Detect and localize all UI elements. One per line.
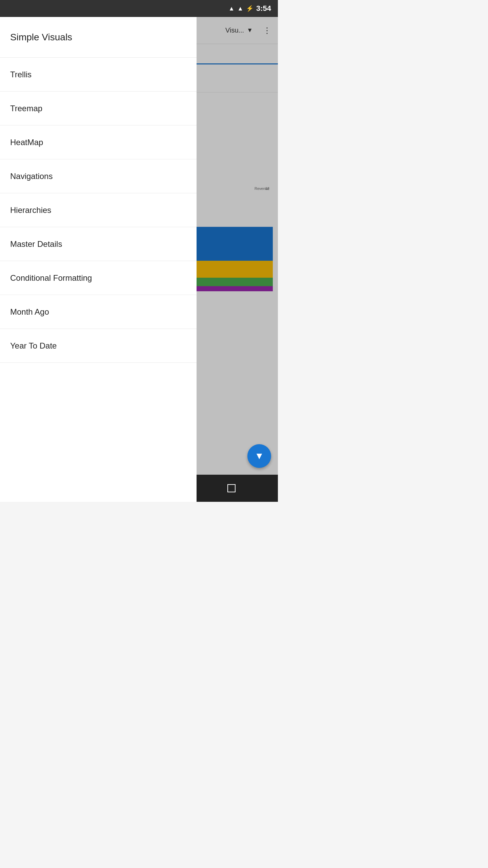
nav-recent-button[interactable]: [221, 478, 242, 498]
drawer-item-hierarchies[interactable]: Hierarchies: [0, 193, 197, 227]
drawer-label-conditional-formatting: Conditional Formatting: [10, 273, 92, 283]
drawer-item-navigations[interactable]: Navigations: [0, 159, 197, 193]
drawer-label-master-details: Master Details: [10, 239, 62, 249]
drawer-item-year-to-date[interactable]: Year To Date: [0, 329, 197, 363]
wifi-icon: ▲: [228, 5, 235, 12]
drawer-label-heatmap: HeatMap: [10, 138, 43, 147]
signal-icon: ▲: [237, 5, 243, 12]
drawer-label-simple-visuals: Simple Visuals: [10, 32, 72, 43]
drawer-label-trellis: Trellis: [10, 70, 32, 79]
battery-icon: ⚡: [246, 5, 253, 12]
drawer-item-simple-visuals[interactable]: Simple Visuals: [0, 17, 197, 58]
navigation-drawer: Simple Visuals Trellis Treemap HeatMap N…: [0, 17, 197, 502]
drawer-item-master-details[interactable]: Master Details: [0, 227, 197, 261]
status-icons: ▲ ▲ ⚡ 3:54: [228, 4, 271, 13]
filter-icon: ▼: [255, 451, 264, 461]
status-time: 3:54: [256, 4, 271, 13]
drawer-label-hierarchies: Hierarchies: [10, 205, 51, 215]
status-bar: ▲ ▲ ⚡ 3:54: [0, 0, 278, 17]
drawer-item-conditional-formatting[interactable]: Conditional Formatting: [0, 261, 197, 295]
drawer-label-navigations: Navigations: [10, 172, 53, 181]
drawer-item-treemap[interactable]: Treemap: [0, 92, 197, 125]
drawer-label-month-ago: Month Ago: [10, 307, 49, 317]
drawer-item-month-ago[interactable]: Month Ago: [0, 295, 197, 329]
filter-fab[interactable]: ▼: [247, 444, 271, 468]
drawer-item-trellis[interactable]: Trellis: [0, 58, 197, 92]
drawer-label-year-to-date: Year To Date: [10, 341, 57, 351]
drawer-item-heatmap[interactable]: HeatMap: [0, 125, 197, 159]
nav-recent-icon: [227, 484, 236, 492]
drawer-label-treemap: Treemap: [10, 104, 42, 113]
